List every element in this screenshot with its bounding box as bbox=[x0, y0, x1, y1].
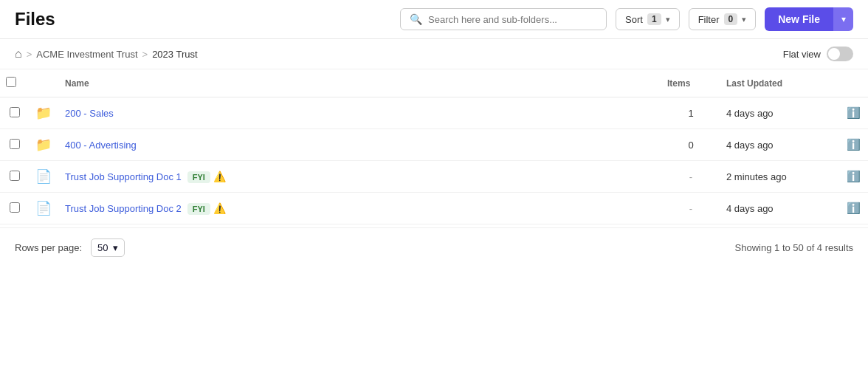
row-updated-cell: 2 minutes ago bbox=[720, 161, 838, 193]
info-icon[interactable]: ℹ️ bbox=[847, 138, 861, 151]
file-name-link[interactable]: 400 - Advertising bbox=[65, 140, 137, 151]
file-icon: 📄 bbox=[35, 169, 52, 184]
header-updated: Last Updated bbox=[720, 69, 838, 97]
row-name-cell: 200 - Sales bbox=[59, 97, 661, 129]
items-dash: - bbox=[689, 203, 692, 214]
items-count: 1 bbox=[688, 108, 693, 119]
home-icon[interactable]: ⌂ bbox=[15, 47, 22, 61]
filter-button[interactable]: Filter 0 ▾ bbox=[689, 8, 757, 30]
rows-per-page-select[interactable]: 50 ▾ bbox=[91, 238, 124, 257]
row-icon-cell: 📄 bbox=[30, 161, 59, 193]
file-name-link[interactable]: Trust Job Supporting Doc 2 bbox=[65, 203, 182, 214]
sort-label: Sort bbox=[625, 14, 643, 25]
sort-chevron-icon: ▾ bbox=[666, 15, 670, 24]
filter-label: Filter bbox=[698, 14, 720, 25]
breadcrumb-current: 2023 Trust bbox=[152, 49, 197, 60]
row-items-cell: - bbox=[661, 161, 720, 193]
row-checkbox[interactable] bbox=[10, 202, 20, 213]
row-icon-cell: 📁 bbox=[30, 129, 59, 161]
row-items-cell: - bbox=[661, 193, 720, 224]
rows-per-page-value: 50 bbox=[97, 242, 108, 253]
new-file-dropdown-button[interactable]: ▾ bbox=[833, 7, 853, 31]
page-title: Files bbox=[15, 9, 55, 30]
row-items-cell: 1 bbox=[661, 97, 720, 129]
search-input[interactable] bbox=[428, 14, 597, 25]
header-name: Name bbox=[59, 69, 661, 97]
row-info-cell[interactable]: ℹ️ bbox=[838, 97, 868, 129]
row-icon-cell: 📄 bbox=[30, 193, 59, 224]
file-table: Name Items Last Updated 📁 200 - Sales 1 … bbox=[0, 69, 868, 224]
tag-fyi: FYI bbox=[187, 171, 210, 183]
row-checkbox[interactable] bbox=[10, 171, 20, 181]
filter-badge: 0 bbox=[724, 13, 738, 25]
search-icon: 🔍 bbox=[410, 13, 422, 25]
row-check-cell[interactable] bbox=[0, 193, 30, 224]
top-bar: Files 🔍 Sort 1 ▾ Filter 0 ▾ New File ▾ bbox=[0, 0, 868, 39]
info-icon[interactable]: ℹ️ bbox=[847, 106, 861, 119]
warning-icon: ⚠️ bbox=[213, 202, 226, 214]
row-icon-cell: 📁 bbox=[30, 97, 59, 129]
header-check[interactable] bbox=[0, 69, 30, 97]
row-name-cell: Trust Job Supporting Doc 1FYI⚠️ bbox=[59, 161, 661, 193]
row-updated-cell: 4 days ago bbox=[720, 193, 838, 224]
items-dash: - bbox=[689, 171, 692, 182]
breadcrumb-sep-2: > bbox=[142, 49, 148, 60]
flat-view-toggle[interactable]: Flat view bbox=[783, 47, 853, 61]
table-row: 📁 200 - Sales 1 4 days ago ℹ️ bbox=[0, 97, 868, 129]
breadcrumb: ⌂ > ACME Investment Trust > 2023 Trust F… bbox=[0, 39, 868, 69]
breadcrumb-sep-1: > bbox=[27, 49, 32, 60]
search-box[interactable]: 🔍 bbox=[400, 8, 607, 30]
warning-icon: ⚠️ bbox=[213, 171, 226, 182]
folder-icon: 📁 bbox=[35, 137, 52, 152]
file-icon: 📄 bbox=[35, 201, 52, 216]
row-info-cell[interactable]: ℹ️ bbox=[838, 161, 868, 193]
info-icon[interactable]: ℹ️ bbox=[847, 170, 861, 182]
toggle-knob bbox=[828, 48, 840, 60]
header-info-col bbox=[838, 69, 868, 97]
row-items-cell: 0 bbox=[661, 129, 720, 161]
row-check-cell[interactable] bbox=[0, 97, 30, 129]
rows-per-page-chevron-icon: ▾ bbox=[113, 242, 118, 253]
new-file-button[interactable]: New File bbox=[765, 7, 833, 31]
folder-icon: 📁 bbox=[35, 106, 52, 120]
header-items: Items bbox=[661, 69, 720, 97]
header-icon-col bbox=[30, 69, 59, 97]
table-row: 📄 Trust Job Supporting Doc 2FYI⚠️ - 4 da… bbox=[0, 193, 868, 224]
row-updated-cell: 4 days ago bbox=[720, 97, 838, 129]
sort-badge: 1 bbox=[647, 13, 661, 25]
table-row: 📁 400 - Advertising 0 4 days ago ℹ️ bbox=[0, 129, 868, 161]
row-info-cell[interactable]: ℹ️ bbox=[838, 193, 868, 224]
items-count: 0 bbox=[688, 140, 693, 151]
row-name-cell: 400 - Advertising bbox=[59, 129, 661, 161]
row-checkbox[interactable] bbox=[10, 107, 20, 117]
flat-view-switch[interactable] bbox=[827, 47, 853, 61]
row-check-cell[interactable] bbox=[0, 161, 30, 193]
table-header-row: Name Items Last Updated bbox=[0, 69, 868, 97]
row-check-cell[interactable] bbox=[0, 129, 30, 161]
showing-text: Showing 1 to 50 of 4 results bbox=[735, 242, 853, 253]
new-file-group: New File ▾ bbox=[765, 7, 853, 31]
pagination-bar: Rows per page: 50 ▾ Showing 1 to 50 of 4… bbox=[0, 227, 868, 267]
row-info-cell[interactable]: ℹ️ bbox=[838, 129, 868, 161]
file-name-link[interactable]: Trust Job Supporting Doc 1 bbox=[65, 171, 182, 182]
filter-chevron-icon: ▾ bbox=[742, 15, 746, 24]
row-name-cell: Trust Job Supporting Doc 2FYI⚠️ bbox=[59, 193, 661, 224]
tag-fyi: FYI bbox=[187, 203, 210, 215]
row-updated-cell: 4 days ago bbox=[720, 129, 838, 161]
info-icon[interactable]: ℹ️ bbox=[847, 202, 861, 214]
file-name-link[interactable]: 200 - Sales bbox=[65, 108, 114, 119]
flat-view-label: Flat view bbox=[783, 49, 821, 60]
row-checkbox[interactable] bbox=[10, 139, 20, 149]
breadcrumb-parent[interactable]: ACME Investment Trust bbox=[36, 49, 137, 60]
table-row: 📄 Trust Job Supporting Doc 1FYI⚠️ - 2 mi… bbox=[0, 161, 868, 193]
select-all-checkbox[interactable] bbox=[6, 77, 16, 87]
rows-per-page-label: Rows per page: bbox=[15, 242, 82, 253]
sort-button[interactable]: Sort 1 ▾ bbox=[616, 8, 680, 30]
